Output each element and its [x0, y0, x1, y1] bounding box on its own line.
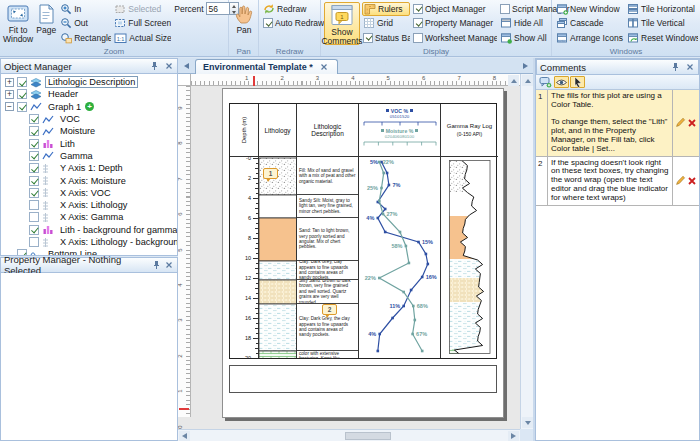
document-tab[interactable]: Environmental Template *	[195, 59, 338, 74]
property-manager-checkbox[interactable]: Property Manager	[412, 17, 497, 31]
description-column: Lithologic Description Fill: Mix of sand…	[296, 104, 358, 358]
collapse-icon[interactable]: −	[5, 102, 14, 111]
visibility-checkbox[interactable]	[29, 237, 39, 247]
scrollbar-thumb[interactable]	[345, 432, 391, 440]
close-icon[interactable]	[164, 260, 174, 271]
comment-marker-1[interactable]: 1	[263, 168, 278, 179]
scroll-right-button[interactable]	[508, 431, 519, 441]
pin-icon[interactable]	[151, 260, 161, 271]
redraw-button[interactable]: Redraw	[262, 2, 325, 16]
tree-item-graph-1[interactable]: −Graph 1+	[3, 101, 177, 113]
delete-comment-icon[interactable]	[687, 114, 697, 132]
arrange-icons-button[interactable]: Arrange Icons	[555, 31, 624, 45]
auto-redraw-checkbox[interactable]: Auto Redraw	[262, 17, 325, 31]
visibility-checkbox[interactable]	[29, 188, 39, 198]
tile-vertical-button[interactable]: Tile Vertical	[626, 17, 698, 31]
tab-scroll-left-button[interactable]	[181, 61, 191, 71]
worksheet-manager-checkbox[interactable]: Worksheet Manager	[412, 31, 497, 45]
zoom-selected-button[interactable]: Selected	[113, 2, 171, 16]
group-label-redraw: Redraw	[259, 47, 320, 56]
tab-close-icon[interactable]	[319, 62, 330, 73]
horizontal-scrollbar[interactable]	[178, 429, 520, 441]
scroll-up-button[interactable]	[508, 75, 519, 86]
reset-windows-button[interactable]: Reset Windows	[626, 31, 698, 45]
tree-item-y-axis-1-depth[interactable]: Y Axis 1: Depth	[3, 162, 177, 174]
visibility-checkbox[interactable]	[29, 126, 39, 136]
tree-item-gamma[interactable]: Gamma	[3, 150, 177, 162]
comments-toolbar	[536, 75, 699, 90]
tree-item-x-axis-moisture[interactable]: X Axis: Moisture	[3, 174, 177, 186]
cascade-icon	[556, 17, 568, 29]
visibility-checkbox[interactable]	[29, 200, 39, 210]
edit-comment-icon[interactable]	[675, 114, 686, 132]
comment-marker-2[interactable]: 2	[322, 304, 337, 315]
show-comments-button[interactable]: 1 Show Comments	[324, 2, 360, 45]
tree-item-moisture[interactable]: Moisture	[3, 125, 177, 137]
visibility-checkbox[interactable]	[29, 139, 39, 149]
tree-item-header[interactable]: +Header	[3, 88, 177, 100]
drawing-canvas[interactable]: 123456789 9876543210 Depth (m) -02468101…	[178, 74, 520, 429]
comment-text: The fills for this plot are using a Colo…	[548, 90, 673, 156]
visibility-checkbox[interactable]	[29, 176, 39, 186]
new-window-button[interactable]: New Window	[555, 2, 624, 16]
pin-icon[interactable]	[149, 61, 160, 72]
visibility-checkbox[interactable]	[29, 151, 39, 161]
scroll-down-button[interactable]	[522, 417, 533, 428]
tree-item-x-axis-lithology-background-for-gam[interactable]: X Axis: Lithology - background for gam	[3, 236, 177, 248]
expand-icon[interactable]: +	[5, 78, 14, 87]
visibility-checkbox[interactable]	[17, 102, 27, 112]
tree-item-lith-background-for-gamma[interactable]: Lith - background for gamma	[3, 224, 177, 236]
arrange-icons-icon	[556, 32, 568, 44]
tree-item-x-axis-voc[interactable]: X Axis: VOC	[3, 187, 177, 199]
add-plot-badge-icon[interactable]: +	[85, 102, 94, 111]
zoom-out-button[interactable]: Out	[59, 17, 111, 31]
depth-column: Depth (m) -02468101214161820	[230, 104, 258, 358]
fit-to-window-button[interactable]: Fit to Window	[3, 2, 33, 45]
scroll-left-button[interactable]	[179, 431, 190, 441]
comment-item[interactable]: 1 The fills for this plot are using a Co…	[536, 90, 699, 157]
tree-item-x-axis-gamma[interactable]: X Axis: Gamma	[3, 211, 177, 223]
visibility-checkbox[interactable]	[29, 163, 39, 173]
object-manager-checkbox[interactable]: Object Manager	[412, 2, 497, 16]
tree-item-lith[interactable]: Lith	[3, 137, 177, 149]
pan-button[interactable]: Pan	[232, 2, 256, 45]
scroll-up-button[interactable]	[522, 75, 533, 86]
status-bar-checkbox[interactable]: Status Bar	[362, 31, 410, 45]
line-icon	[30, 101, 43, 112]
visibility-checkbox[interactable]	[17, 77, 27, 87]
delete-comment-icon[interactable]	[687, 172, 697, 190]
pin-icon[interactable]	[670, 62, 681, 73]
svg-text:1:1: 1:1	[117, 35, 125, 41]
lithology-column: Lithology	[258, 104, 296, 358]
visibility-checkbox[interactable]	[17, 89, 27, 99]
cascade-button[interactable]: Cascade	[555, 17, 624, 31]
expand-icon[interactable]: +	[5, 90, 14, 99]
full-screen-button[interactable]: Full Screen	[113, 17, 171, 31]
add-comment-button[interactable]	[538, 76, 553, 88]
page-icon	[35, 3, 57, 25]
edit-comment-icon[interactable]	[675, 172, 686, 190]
show-comments-toggle[interactable]	[554, 76, 569, 88]
tree-item-voc[interactable]: VOC	[3, 113, 177, 125]
vertical-scrollbar[interactable]	[520, 74, 533, 429]
property-manager-check-icon	[413, 18, 423, 28]
zoom-in-button[interactable]: In	[59, 2, 111, 16]
bars-icon	[42, 138, 55, 149]
rulers-toggle[interactable]: Rulers	[362, 2, 410, 16]
tab-scroll-right-button[interactable]	[520, 61, 530, 71]
close-icon[interactable]	[163, 61, 174, 72]
visibility-checkbox[interactable]	[29, 212, 39, 222]
visibility-checkbox[interactable]	[29, 225, 39, 235]
zoom-rectangle-button[interactable]: Rectangle	[59, 31, 111, 45]
tree-item-x-axis-lithology[interactable]: X Axis: Lithology	[3, 199, 177, 211]
tile-horizontal-button[interactable]: Tile Horizontal	[626, 2, 698, 16]
actual-size-button[interactable]: 1:1Actual Size	[113, 31, 171, 45]
select-comment-tool[interactable]	[570, 76, 585, 88]
vertical-ruler: 9876543210	[178, 86, 191, 417]
comment-item[interactable]: 2 If the spacing doesn't look right on t…	[536, 157, 699, 206]
close-icon[interactable]	[684, 62, 695, 73]
tree-item-lithologic-description[interactable]: +Lithologic Description	[3, 76, 177, 88]
page-button[interactable]: Page	[35, 2, 57, 45]
grid-toggle[interactable]: Grid	[362, 17, 410, 31]
visibility-checkbox[interactable]	[29, 114, 39, 124]
